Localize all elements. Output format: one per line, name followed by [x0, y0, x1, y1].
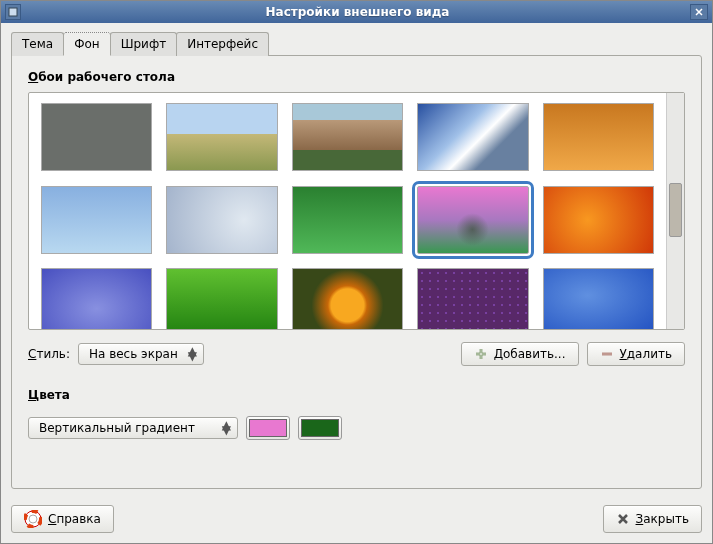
svg-rect-0 [9, 8, 17, 16]
remove-button[interactable]: Удалить [587, 342, 686, 366]
combo-spinner-icon: ▲▼ [222, 423, 231, 433]
appearance-window: Настройки внешнего вида Тема Фон Шрифт И… [0, 0, 713, 544]
content-area: Тема Фон Шрифт Интерфейс Обои рабочего с… [1, 23, 712, 497]
scrollbar-thumb[interactable] [669, 183, 682, 237]
wallpaper-scrollbar[interactable] [666, 93, 684, 329]
wallpaper-thumb[interactable] [292, 103, 403, 171]
wallpaper-list-box [28, 92, 685, 330]
wallpaper-thumb[interactable] [41, 103, 152, 171]
wallpaper-thumb[interactable] [166, 103, 277, 171]
wallpaper-thumb[interactable] [417, 103, 528, 171]
color1-button[interactable] [246, 416, 290, 440]
tab-background[interactable]: Фон [63, 32, 111, 56]
wallpaper-thumb[interactable] [292, 186, 403, 254]
color2-button[interactable] [298, 416, 342, 440]
close-button[interactable]: Закрыть [603, 505, 702, 533]
colors-row: Вертикальный градиент ▲▼ [28, 416, 685, 440]
close-icon [695, 8, 703, 16]
tab-bar: Тема Фон Шрифт Интерфейс [11, 31, 702, 55]
gradient-combo[interactable]: Вертикальный градиент ▲▼ [28, 417, 238, 439]
wallpaper-thumb[interactable] [292, 268, 403, 329]
close-icon [616, 512, 630, 526]
app-icon [5, 4, 21, 20]
tab-panel-background: Обои рабочего стола [11, 55, 702, 489]
add-icon [474, 347, 488, 361]
wallpaper-thumb[interactable] [166, 186, 277, 254]
style-combo-value: На весь экран [89, 347, 178, 361]
window-title: Настройки внешнего вида [25, 5, 690, 19]
svg-point-3 [29, 515, 37, 523]
style-row: Стиль: На весь экран ▲▼ Добавить... Удал… [28, 342, 685, 366]
add-button[interactable]: Добавить... [461, 342, 579, 366]
help-icon [24, 510, 42, 528]
wallpaper-thumb[interactable] [166, 268, 277, 329]
wallpaper-thumb[interactable] [543, 103, 654, 171]
help-button[interactable]: Справка [11, 505, 114, 533]
wallpaper-thumb[interactable] [543, 186, 654, 254]
tab-theme[interactable]: Тема [11, 32, 64, 56]
style-combo[interactable]: На весь экран ▲▼ [78, 343, 204, 365]
wallpaper-thumb-selected[interactable] [417, 186, 528, 254]
tab-font[interactable]: Шрифт [110, 32, 178, 56]
remove-icon [600, 347, 614, 361]
wallpaper-grid [29, 93, 666, 329]
wallpaper-thumb[interactable] [543, 268, 654, 329]
combo-spinner-icon: ▲▼ [188, 349, 197, 359]
wallpaper-thumb[interactable] [417, 268, 528, 329]
tab-interface[interactable]: Интерфейс [176, 32, 269, 56]
style-label: Стиль: [28, 347, 70, 361]
gradient-combo-value: Вертикальный градиент [39, 421, 195, 435]
wallpaper-thumb[interactable] [41, 268, 152, 329]
window-close-button[interactable] [690, 4, 708, 20]
titlebar: Настройки внешнего вида [1, 1, 712, 23]
wallpaper-thumb[interactable] [41, 186, 152, 254]
dialog-footer: Справка Закрыть [1, 497, 712, 543]
colors-section-label: Цвета [28, 388, 685, 402]
wallpaper-section-label: Обои рабочего стола [28, 70, 685, 84]
